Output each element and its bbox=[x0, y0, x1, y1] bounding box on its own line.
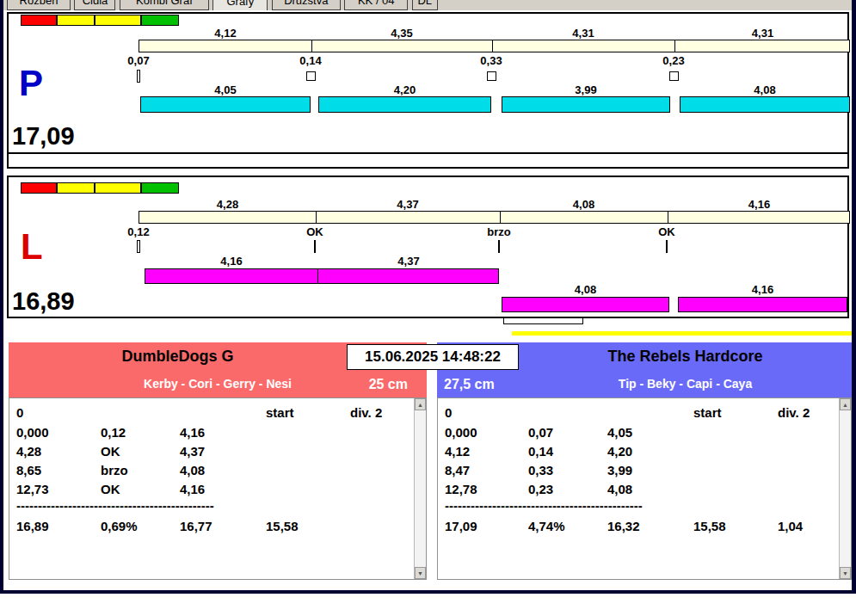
tab-label: DL bbox=[417, 0, 432, 7]
run-bar bbox=[678, 297, 847, 312]
split-value: 4,35 bbox=[311, 27, 492, 40]
cell: OK bbox=[101, 482, 120, 496]
scroll-up-icon[interactable]: ▲ bbox=[840, 398, 851, 410]
split-value: 4,12 bbox=[139, 27, 311, 40]
app-window: Rozběh Čidla Kombi Graf Grafy Družstva K… bbox=[0, 0, 856, 616]
cell: 1,04 bbox=[778, 519, 803, 533]
run-bar bbox=[145, 268, 318, 284]
window-border-right bbox=[852, 0, 856, 594]
lane-p-total-time: 17,09 bbox=[12, 124, 75, 149]
checkbox-marker bbox=[306, 71, 316, 81]
cell: 8,65 bbox=[16, 463, 41, 477]
table-separator: ----------------------------------------… bbox=[445, 498, 643, 513]
tab-grafy[interactable]: Grafy bbox=[212, 0, 268, 10]
lane-l-panel: 4,28 4,37 4,08 4,16 0,12 OK brzo OK 4,16… bbox=[7, 176, 849, 318]
legend-yellow-box bbox=[57, 182, 95, 194]
run-bar bbox=[502, 297, 669, 312]
cell: 0,69% bbox=[101, 519, 138, 533]
cell: 0 bbox=[16, 405, 23, 420]
start-marker bbox=[137, 70, 140, 83]
cell: 16,89 bbox=[16, 519, 49, 533]
cell: 4,12 bbox=[445, 444, 470, 459]
split-value: 4,28 bbox=[139, 198, 316, 211]
split-value: 4,08 bbox=[500, 198, 668, 211]
split-divider bbox=[674, 40, 675, 52]
tab-label: Rozběh bbox=[20, 0, 59, 7]
lane-l-total-time: 16,89 bbox=[12, 289, 75, 314]
cell: 15,58 bbox=[266, 519, 299, 533]
run-value: 4,08 bbox=[680, 83, 850, 96]
team-left-subheader: Kerby - Cori - Gerry - Nesi 25 cm bbox=[9, 371, 427, 397]
timestamp-box: 15.06.2025 14:48:22 bbox=[347, 344, 519, 370]
tab-bar: Rozběh Čidla Kombi Graf Grafy Družstva K… bbox=[3, 0, 852, 10]
scroll-down-icon[interactable]: ▼ bbox=[840, 567, 851, 579]
team-right-jump-height: 27,5 cm bbox=[444, 371, 495, 397]
cell: 4,05 bbox=[607, 425, 632, 440]
run-value: 3,99 bbox=[502, 83, 670, 96]
run-value: 4,20 bbox=[318, 83, 491, 96]
cell: 12,78 bbox=[445, 482, 477, 496]
cell: 0,12 bbox=[101, 425, 126, 440]
tab-label: KK / 04 bbox=[358, 0, 395, 7]
tick-line-marker bbox=[498, 240, 500, 253]
window-border-bottom bbox=[0, 590, 856, 594]
tab-dl[interactable]: DL bbox=[412, 0, 438, 10]
start-marker bbox=[137, 240, 140, 253]
team-left-scrollbar[interactable]: ▲ ▼ bbox=[414, 398, 426, 579]
legend-red-box bbox=[21, 182, 57, 194]
tab-label: Kombi Graf bbox=[136, 0, 193, 7]
yellow-progress-line bbox=[512, 331, 853, 336]
lane-l-split-bar: 4,28 4,37 4,08 4,16 bbox=[139, 211, 850, 224]
run-bar bbox=[502, 96, 670, 113]
cell: start bbox=[266, 405, 294, 420]
change-value: 0,33 bbox=[480, 54, 502, 67]
split-value: 4,31 bbox=[492, 27, 674, 40]
team-right-scrollbar[interactable]: ▲ ▼ bbox=[839, 398, 851, 579]
tab-kk-04[interactable]: KK / 04 bbox=[344, 0, 408, 10]
checkbox-marker bbox=[669, 71, 679, 81]
window-border-left bbox=[0, 0, 3, 594]
cell: 16,32 bbox=[607, 519, 640, 533]
team-left-table: 0 start div. 2 0,000 0,12 4,16 4,28 OK 4… bbox=[9, 397, 427, 580]
legend-yellow-box bbox=[95, 15, 141, 26]
split-divider bbox=[316, 212, 317, 223]
cell: OK bbox=[101, 444, 120, 459]
team-left-panel: DumbleDogs G Kerby - Cori - Gerry - Nesi… bbox=[9, 342, 427, 580]
cell: 0,14 bbox=[528, 444, 553, 459]
table-separator: ----------------------------------------… bbox=[16, 498, 214, 513]
legend-yellow-box bbox=[95, 182, 141, 194]
cell: brzo bbox=[101, 463, 128, 477]
tick-line-marker bbox=[666, 240, 668, 253]
team-left-name: DumbleDogs G bbox=[9, 342, 347, 371]
lane-p-letter: P bbox=[19, 65, 43, 102]
change-value: 0,07 bbox=[127, 54, 149, 67]
split-value: 4,31 bbox=[674, 27, 851, 40]
checkbox-marker bbox=[487, 71, 496, 81]
legend-green-box bbox=[141, 15, 179, 26]
change-value: OK bbox=[658, 225, 675, 238]
cell: div. 2 bbox=[350, 405, 382, 420]
tab-cidla[interactable]: Čidla bbox=[74, 0, 115, 10]
run-bar bbox=[680, 96, 850, 113]
tab-kombi-graf[interactable]: Kombi Graf bbox=[120, 0, 209, 10]
run-bar bbox=[140, 96, 311, 113]
tab-label: Grafy bbox=[226, 0, 254, 8]
lane-p-split-bar: 4,12 4,35 4,31 4,31 bbox=[139, 40, 850, 52]
split-divider bbox=[668, 212, 668, 223]
split-value: 4,16 bbox=[668, 198, 851, 211]
legend-green-box bbox=[141, 182, 179, 194]
team-right-table: 0 start div. 2 0,000 0,07 4,05 4,12 0,14… bbox=[437, 397, 852, 580]
tab-label: Čidla bbox=[83, 0, 108, 7]
cell: div. 2 bbox=[778, 405, 810, 420]
legend-red-box bbox=[21, 15, 57, 26]
change-value: 0,23 bbox=[662, 54, 684, 67]
lane-p-underline bbox=[9, 152, 847, 154]
cell: 0,23 bbox=[528, 482, 553, 496]
cursor-box bbox=[503, 317, 583, 324]
run-value: 4,16 bbox=[145, 255, 318, 268]
scroll-up-icon[interactable]: ▲ bbox=[415, 398, 426, 410]
tab-rozbeh[interactable]: Rozběh bbox=[7, 0, 71, 10]
scroll-down-icon[interactable]: ▼ bbox=[415, 567, 426, 579]
tab-druzstva[interactable]: Družstva bbox=[272, 0, 341, 10]
cell: 8,47 bbox=[445, 463, 470, 477]
